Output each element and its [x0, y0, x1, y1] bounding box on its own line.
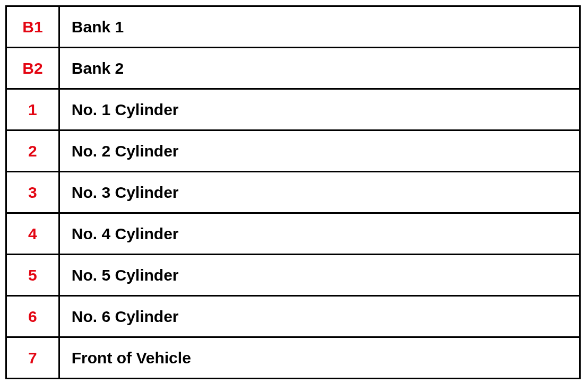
legend-key: 2	[6, 130, 59, 172]
table-row: B1 Bank 1	[6, 6, 580, 48]
legend-key: 1	[6, 89, 59, 130]
legend-key: B1	[6, 6, 59, 48]
legend-value: Bank 1	[59, 6, 580, 48]
table-row: 3 No. 3 Cylinder	[6, 172, 580, 213]
table-row: 4 No. 4 Cylinder	[6, 213, 580, 255]
legend-key: 6	[6, 296, 59, 337]
legend-value: No. 2 Cylinder	[59, 130, 580, 172]
table-row: 2 No. 2 Cylinder	[6, 130, 580, 172]
table-row: 7 Front of Vehicle	[6, 337, 580, 379]
table-row: B2 Bank 2	[6, 48, 580, 89]
legend-value: No. 4 Cylinder	[59, 213, 580, 255]
legend-key: 5	[6, 255, 59, 296]
legend-value: No. 5 Cylinder	[59, 255, 580, 296]
legend-value: Front of Vehicle	[59, 337, 580, 379]
legend-key: 4	[6, 213, 59, 255]
table-row: 6 No. 6 Cylinder	[6, 296, 580, 337]
legend-key: 3	[6, 172, 59, 213]
legend-value: No. 6 Cylinder	[59, 296, 580, 337]
table-row: 5 No. 5 Cylinder	[6, 255, 580, 296]
legend-value: Bank 2	[59, 48, 580, 89]
legend-key: 7	[6, 337, 59, 379]
table-row: 1 No. 1 Cylinder	[6, 89, 580, 130]
legend-value: No. 1 Cylinder	[59, 89, 580, 130]
legend-key: B2	[6, 48, 59, 89]
legend-table: B1 Bank 1 B2 Bank 2 1 No. 1 Cylinder 2 N…	[5, 5, 581, 379]
legend-value: No. 3 Cylinder	[59, 172, 580, 213]
